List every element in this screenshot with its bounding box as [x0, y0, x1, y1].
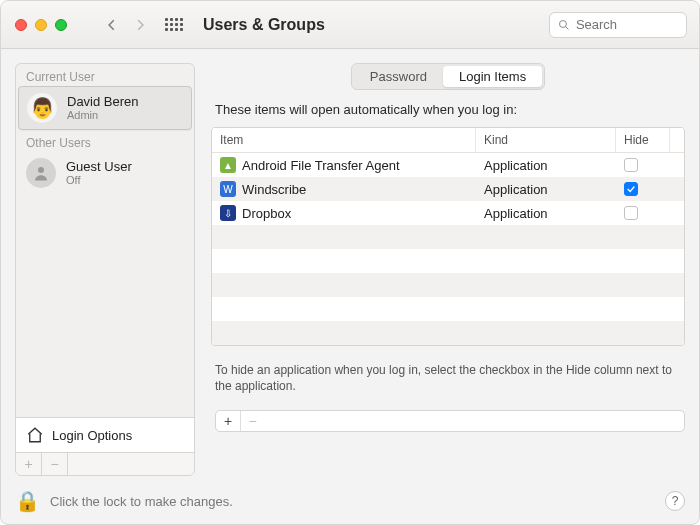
- login-items-table: Item Kind Hide ▲Android File Transfer Ag…: [211, 127, 685, 346]
- hide-hint-text: To hide an application when you log in, …: [211, 356, 685, 394]
- lock-icon[interactable]: 🔒: [15, 489, 40, 513]
- pane-title: Users & Groups: [203, 16, 325, 34]
- table-row: [212, 249, 684, 273]
- col-item[interactable]: Item: [212, 128, 476, 152]
- table-row: [212, 225, 684, 249]
- item-add-remove-bar: + −: [215, 410, 685, 432]
- add-item-button[interactable]: +: [216, 411, 240, 431]
- table-header: Item Kind Hide: [212, 128, 684, 153]
- col-kind[interactable]: Kind: [476, 128, 616, 152]
- tab-bar: Password Login Items: [351, 63, 545, 90]
- back-button[interactable]: [103, 16, 121, 34]
- users-sidebar: Current User 👨 David Beren Admin Other U…: [15, 63, 195, 476]
- zoom-window-button[interactable]: [55, 19, 67, 31]
- current-user-row[interactable]: 👨 David Beren Admin: [18, 86, 192, 130]
- item-name: Dropbox: [242, 206, 291, 221]
- table-row[interactable]: ⇩Dropbox Application: [212, 201, 684, 225]
- avatar: [26, 158, 56, 188]
- close-window-button[interactable]: [15, 19, 27, 31]
- item-name: Windscribe: [242, 182, 306, 197]
- table-row: [212, 297, 684, 321]
- table-row[interactable]: ▲Android File Transfer Agent Application: [212, 153, 684, 177]
- add-user-button[interactable]: +: [16, 453, 42, 475]
- login-options-label: Login Options: [52, 428, 132, 443]
- toolbar-nav: [103, 16, 149, 34]
- remove-item-button[interactable]: −: [240, 411, 264, 431]
- tab-password[interactable]: Password: [354, 66, 443, 87]
- search-field[interactable]: [549, 12, 687, 38]
- search-icon: [558, 18, 570, 32]
- hide-checkbox[interactable]: [624, 206, 638, 220]
- svg-line-1: [565, 26, 568, 29]
- current-user-name: David Beren: [67, 94, 139, 109]
- guest-user-row[interactable]: Guest User Off: [16, 152, 194, 194]
- user-add-remove-bar: + −: [16, 452, 194, 475]
- svg-point-2: [38, 167, 44, 173]
- tab-login-items[interactable]: Login Items: [443, 66, 542, 87]
- hide-checkbox[interactable]: [624, 158, 638, 172]
- item-kind: Application: [476, 158, 616, 173]
- table-body: ▲Android File Transfer Agent Application…: [212, 153, 684, 345]
- svg-point-0: [559, 20, 566, 27]
- hide-checkbox[interactable]: [624, 182, 638, 196]
- avatar: 👨: [27, 93, 57, 123]
- app-icon: W: [220, 181, 236, 197]
- home-icon: [26, 426, 44, 444]
- lock-text: Click the lock to make changes.: [50, 494, 655, 509]
- current-user-role: Admin: [67, 109, 139, 121]
- login-options-button[interactable]: Login Options: [16, 417, 194, 452]
- users-groups-window: Users & Groups Current User 👨 David Bere…: [0, 0, 700, 525]
- item-kind: Application: [476, 206, 616, 221]
- forward-button[interactable]: [131, 16, 149, 34]
- item-kind: Application: [476, 182, 616, 197]
- toolbar: Users & Groups: [1, 1, 699, 49]
- guest-icon: [32, 164, 50, 182]
- app-icon: ▲: [220, 157, 236, 173]
- show-all-prefs-button[interactable]: [165, 16, 183, 34]
- main-pane: Password Login Items These items will op…: [211, 63, 685, 476]
- help-button[interactable]: ?: [665, 491, 685, 511]
- app-icon: ⇩: [220, 205, 236, 221]
- table-row: [212, 273, 684, 297]
- chevron-right-icon: [133, 18, 147, 32]
- footer: 🔒 Click the lock to make changes. ?: [1, 478, 699, 524]
- body: Current User 👨 David Beren Admin Other U…: [1, 49, 699, 478]
- search-input[interactable]: [576, 17, 678, 32]
- col-hide[interactable]: Hide: [616, 128, 670, 152]
- minimize-window-button[interactable]: [35, 19, 47, 31]
- table-row: [212, 321, 684, 345]
- item-name: Android File Transfer Agent: [242, 158, 400, 173]
- window-controls: [15, 19, 67, 31]
- login-items-description: These items will open automatically when…: [211, 100, 685, 117]
- other-users-heading: Other Users: [16, 130, 194, 152]
- chevron-left-icon: [105, 18, 119, 32]
- current-user-heading: Current User: [16, 64, 194, 86]
- table-row[interactable]: WWindscribe Application: [212, 177, 684, 201]
- guest-user-name: Guest User: [66, 159, 132, 174]
- remove-user-button[interactable]: −: [42, 453, 68, 475]
- guest-user-status: Off: [66, 174, 132, 186]
